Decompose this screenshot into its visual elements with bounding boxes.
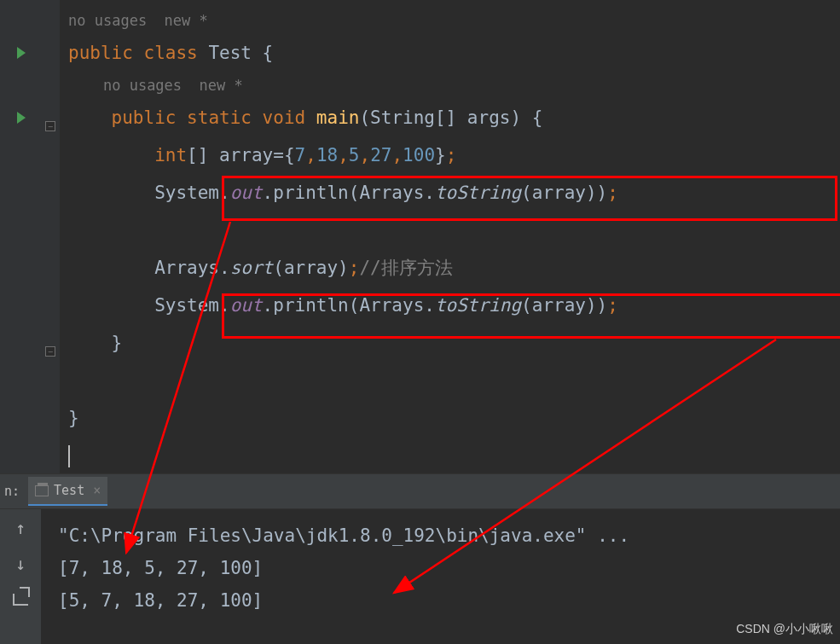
run-gutter [0, 0, 43, 473]
code-line [68, 362, 840, 399]
scroll-down-button[interactable] [10, 554, 31, 574]
console-output[interactable]: "C:\Program Files\Java\jdk1.8.0_192\bin\… [41, 509, 840, 644]
run-method-icon[interactable] [0, 99, 43, 136]
console-line: "C:\Program Files\Java\jdk1.8.0_192\bin\… [58, 519, 840, 552]
code-line: public static void main(String[] args) { [68, 99, 840, 136]
code-line: System.out.println(Arrays.toString(array… [68, 287, 840, 324]
application-icon [35, 485, 49, 496]
scroll-up-button[interactable] [10, 518, 31, 538]
code-content[interactable]: no usages new * public class Test { no u… [60, 0, 840, 473]
caret-icon [68, 445, 70, 467]
run-tool-window-header: n: Test × [0, 473, 840, 509]
fold-gutter: − − [43, 0, 60, 473]
code-line [68, 437, 840, 474]
code-line: Arrays.sort(array);//排序方法 [68, 249, 840, 287]
code-line: System.out.println(Arrays.toString(array… [68, 174, 840, 212]
code-line: public class Test { [68, 34, 840, 72]
usage-hint: no usages new * [68, 7, 840, 34]
console-line: [7, 18, 5, 27, 100] [58, 552, 840, 584]
usage-hint: no usages new * [68, 72, 840, 99]
editor-area: − − no usages new * public class Test { … [0, 0, 840, 473]
run-class-icon[interactable] [0, 34, 43, 72]
fold-icon[interactable]: − [45, 346, 55, 357]
console-toolbar [0, 509, 41, 644]
code-line [68, 212, 840, 249]
code-line: } [68, 324, 840, 362]
run-label: n: [4, 484, 28, 499]
run-tab[interactable]: Test × [28, 477, 107, 506]
fold-icon[interactable]: − [45, 121, 55, 131]
tab-name: Test [54, 483, 84, 498]
close-icon[interactable]: × [90, 483, 101, 498]
watermark: CSDN @小小啾啾 [736, 622, 833, 637]
console-line: [5, 7, 18, 27, 100] [58, 584, 840, 617]
code-line: int[] array={7,18,5,27,100}; [68, 136, 840, 174]
code-line: } [68, 399, 840, 437]
soft-wrap-button[interactable] [10, 589, 31, 610]
console-area: "C:\Program Files\Java\jdk1.8.0_192\bin\… [0, 509, 840, 644]
